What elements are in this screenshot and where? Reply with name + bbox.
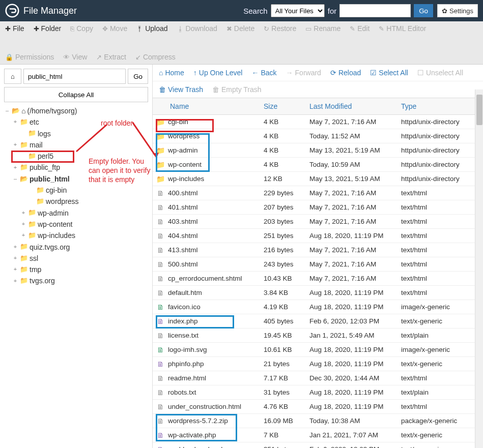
file-row[interactable]: 🗎413.shtml216 bytesMay 7, 2021, 7:16 AMt… [153,243,483,257]
nav-home[interactable]: ⌂Home [159,69,184,77]
file-row[interactable]: 🗎403.shtml203 bytesMay 7, 2021, 7:16 AMt… [153,215,483,229]
folder-open-icon: 📂 [12,106,20,116]
file-row[interactable]: 🗎phpinfo.php21 bytesAug 18, 2020, 11:19 … [153,357,483,371]
col-name[interactable]: Name [153,98,260,114]
tree-item-logs[interactable]: 📁logs [4,128,148,139]
file-row[interactable]: 🗎favicon.ico4.19 KBAug 18, 2020, 11:19 P… [153,300,483,314]
nav-up-one-level[interactable]: ↑Up One Level [193,69,243,77]
tree-label: mail [30,140,43,150]
expand-icon[interactable]: + [20,220,26,228]
tree-item-etc[interactable]: +📁etc [4,116,148,128]
tree-item-wp-admin[interactable]: +📁wp-admin [4,207,148,219]
path-go-button[interactable]: Go [128,69,148,84]
col-size[interactable]: Size [260,98,305,114]
file-row[interactable]: 🗎500.shtml243 bytesMay 7, 2021, 7:16 AMt… [153,257,483,272]
tree-item-tvgs.org[interactable]: +📁tvgs.org [4,275,148,286]
nav-unselect-all: ☐Unselect All [417,69,463,77]
col-type[interactable]: Type [397,98,483,114]
tree-item-mail[interactable]: +📁mail [4,139,148,151]
folder-icon: 📁 [20,276,28,286]
folder-icon: 📁 [20,140,28,150]
file-row[interactable]: 📁wp-admin4 KBMay 13, 2021, 5:19 AMhttpd/… [153,143,483,158]
file-row[interactable]: 📁wp-content4 KBToday, 10:59 AMhttpd/unix… [153,158,483,172]
tree-item-wordpress[interactable]: 📁wordpress [4,196,148,207]
tree-item-tmp[interactable]: +📁tmp [4,264,148,275]
home-path-button[interactable]: ⌂ [4,69,21,84]
tree-item-public_html[interactable]: –📂public_html [4,173,148,185]
file-row[interactable]: 🗎index.php405 bytesFeb 6, 2020, 12:03 PM… [153,314,483,328]
scrollbar-thumb[interactable] [476,95,482,125]
file-row[interactable]: 🗎logo-imh.svg10.61 KBAug 18, 2020, 11:19… [153,343,483,357]
file-row[interactable]: 📁cgi-bin4 KBMay 7, 2021, 7:16 AMhttpd/un… [153,115,483,129]
file-mime: image/x-generic [397,301,483,313]
tool-permissions: 🔒Permissions [5,53,54,61]
expand-icon[interactable]: – [4,107,10,115]
file-row[interactable]: 📁wp-includes12 KBMay 13, 2021, 5:19 AMht… [153,172,483,186]
file-row[interactable]: 🗎400.shtml229 bytesMay 7, 2021, 7:16 AMt… [153,186,483,200]
nav-view-trash[interactable]: 🗑View Trash [159,85,203,94]
expand-icon[interactable]: + [12,243,18,251]
up-icon: ↑ [193,69,197,77]
file-row[interactable]: 🗎wp-blog-header.php351 bytesFeb 6, 2020,… [153,442,483,448]
file-name: license.txt [168,330,260,341]
tool-folder[interactable]: ✚Folder [34,24,62,33]
file-row[interactable]: 🗎cp_errordocument.shtml10.43 KBMay 7, 20… [153,272,483,286]
expand-icon[interactable]: + [12,164,18,172]
file-row[interactable]: 🗎under_construction.html4.76 KBAug 18, 2… [153,400,483,414]
file-mime: text/x-generic [397,443,483,448]
tree-item-ssl[interactable]: +📁ssl [4,253,148,264]
tool-upload[interactable]: ⭱Upload [136,24,167,33]
nav-back[interactable]: ←Back [251,69,276,77]
expand-icon[interactable]: + [12,277,18,285]
tree-item-cgi-bin[interactable]: 📁cgi-bin [4,185,148,196]
tree-item-public_ftp[interactable]: +📁public_ftp [4,162,148,173]
gear-icon: ✿ [442,7,447,15]
expand-icon[interactable]: + [12,254,18,262]
file-row[interactable]: 🗎wordpress-5.7.2.zip16.09 MBToday, 10:38… [153,414,483,428]
scrollbar[interactable] [475,89,483,448]
table-header[interactable]: Name Size Last Modified Type [153,98,483,115]
folder-icon: 📁 [28,220,36,229]
tree-item-wp-content[interactable]: +📁wp-content [4,219,148,230]
expand-icon[interactable]: + [20,209,26,217]
file-modified: May 7, 2021, 7:16 AM [305,273,397,284]
file-row[interactable]: 📁wordpress4 KBToday, 11:52 AMhttpd/unix-… [153,129,483,143]
nav-reload[interactable]: ⟳Reload [330,69,361,77]
nav-row-1: ⌂Home↑Up One Level←Back→Forward⟳Reload☑S… [153,65,483,81]
app-logo: File Manager [5,4,77,18]
file-mime: text/html [397,258,483,270]
settings-button[interactable]: ✿Settings [437,4,478,17]
move-icon: ✥ [102,25,108,33]
tree-label: public_ftp [30,162,60,172]
expand-icon[interactable]: + [12,265,18,274]
svg-point-0 [6,5,19,17]
file-name: favicon.ico [168,301,260,313]
tree-item-perl5[interactable]: 📁perl5 [4,151,148,162]
file-row[interactable]: 🗎wp-activate.php7 KBJan 21, 2021, 7:07 A… [153,428,483,442]
file-row[interactable]: 🗎license.txt19.45 KBJan 1, 2021, 5:49 AM… [153,328,483,343]
path-input[interactable] [23,69,126,84]
file-row[interactable]: 🗎404.shtml251 bytesAug 18, 2020, 11:19 P… [153,229,483,243]
tool-file[interactable]: ✚File [5,24,24,33]
tree-item-quiz.tvgs.org[interactable]: +📁quiz.tvgs.org [4,242,148,253]
expand-icon[interactable]: + [12,118,18,126]
collapse-all-button[interactable]: Collapse All [4,87,148,102]
expand-icon[interactable]: + [12,141,18,149]
file-row[interactable]: 🗎401.shtml207 bytesMay 7, 2021, 7:16 AMt… [153,200,483,215]
file-row[interactable]: 🗎default.htm3.84 KBAug 18, 2020, 11:19 P… [153,286,483,300]
file-row[interactable]: 🗎robots.txt31 bytesAug 18, 2020, 11:19 P… [153,385,483,400]
search-go-button[interactable]: Go [414,4,433,17]
nav-select-all[interactable]: ☑Select All [370,69,408,77]
file-name: wordpress-5.7.2.zip [168,415,260,427]
search-scope-select[interactable]: All Your Files [271,4,325,17]
file-row[interactable]: 🗎readme.html7.17 KBDec 30, 2020, 1:44 AM… [153,371,483,385]
tree-root[interactable]: – 📂 ⌂ (/home/tvgsorg) [4,105,148,116]
expand-icon[interactable]: – [12,175,18,183]
file-mime: image/x-generic [397,344,483,355]
search-input[interactable] [339,4,411,17]
col-modified[interactable]: Last Modified [305,98,397,114]
file-type-icon: 🗎 [153,218,168,226]
expand-icon[interactable]: + [20,231,26,240]
file-size: 4 KB [260,116,305,128]
tree-item-wp-includes[interactable]: +📁wp-includes [4,230,148,241]
